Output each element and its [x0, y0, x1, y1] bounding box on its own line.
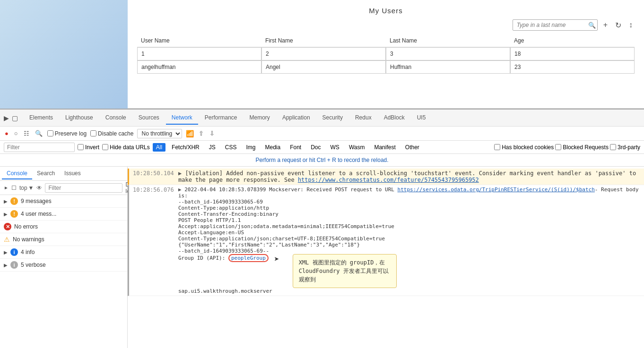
search-network-button[interactable]: 🔍 — [34, 129, 44, 138]
expand-arrow-icon: ▶ — [4, 263, 8, 268]
search-icon[interactable]: 🔍 — [588, 22, 596, 29]
tab-redux[interactable]: Redux — [349, 111, 377, 125]
input-firstname-0[interactable] — [261, 47, 386, 60]
log-line: Content-Transfer-Encoding:binary — [178, 211, 640, 217]
upload-icon[interactable]: ⇧ — [198, 129, 205, 138]
blocked-requests-label[interactable]: Blocked Requests — [555, 144, 609, 151]
app-title: My Users — [128, 0, 644, 19]
sort-button[interactable]: ↕ — [627, 20, 635, 30]
console-tab-issues[interactable]: Issues — [60, 168, 86, 179]
third-party-label[interactable]: 3rd-party — [610, 144, 640, 151]
blocked-requests-checkbox[interactable] — [555, 144, 561, 150]
hide-data-urls-text: Hide data URLs — [110, 144, 150, 151]
input-lastname-0[interactable] — [386, 47, 510, 60]
expand-arrow-icon: ▶ — [4, 212, 8, 217]
filter-has-blocked: Has blocked cookies Blocked Requests 3rd… — [494, 144, 640, 151]
invert-checkbox[interactable] — [78, 144, 84, 150]
invert-label[interactable]: Invert — [78, 144, 99, 151]
hide-data-urls-checkbox[interactable] — [102, 144, 108, 150]
filter-img-btn[interactable]: Img — [243, 143, 259, 152]
input-username-1[interactable] — [137, 60, 261, 74]
log-line: sap.ui5.walkthrough.mockserver — [178, 288, 640, 294]
input-age-1[interactable] — [510, 60, 635, 74]
console-tab-search[interactable]: Search — [32, 168, 60, 179]
log-line: --batch_id-1649039333065-69-- — [178, 248, 640, 254]
msg-type-icon: i — [10, 248, 18, 256]
console-sub-tabs: Console Search Issues — [0, 167, 127, 181]
has-blocked-cookies-checkbox[interactable] — [494, 144, 500, 150]
disable-cache-checkbox[interactable] — [90, 130, 96, 136]
wifi-icon: 📶 — [186, 130, 194, 137]
filter-ws-btn[interactable]: WS — [327, 143, 343, 152]
console-msg-item[interactable]: ✕No errors — [0, 221, 127, 233]
tab-console[interactable]: Console — [100, 111, 132, 125]
tab-adblock[interactable]: AdBlock — [378, 111, 410, 125]
preserve-log-checkbox[interactable] — [47, 130, 53, 136]
invert-text: Invert — [85, 144, 99, 151]
col-header-age: Age — [510, 34, 635, 47]
filter-font-btn[interactable]: Font — [287, 143, 305, 152]
violation-link[interactable]: https://www.chromestatus.com/feature/574… — [298, 177, 479, 183]
filter-manifest-btn[interactable]: Manifest — [371, 143, 399, 152]
tab-sources[interactable]: Sources — [133, 111, 165, 125]
msg-type-icon: ! — [10, 197, 18, 205]
tab-application[interactable]: Application — [277, 111, 316, 125]
add-button[interactable]: + — [601, 20, 609, 30]
log-line: POST People HTTP/1.1 — [178, 217, 640, 223]
filter-js-btn[interactable]: JS — [206, 143, 219, 152]
filter-toggle-button[interactable]: ☷ — [23, 129, 30, 138]
input-firstname-1[interactable] — [261, 60, 386, 74]
record-button[interactable]: ● — [4, 129, 9, 138]
console-msg-item[interactable]: ▶!9 messages — [0, 195, 127, 208]
preserve-log-label[interactable]: Preserve log — [47, 130, 87, 137]
filter-wasm-btn[interactable]: Wasm — [346, 143, 368, 152]
console-main[interactable]: 10:28:50.104 ▶ [Violation] Added non-pas… — [128, 167, 644, 348]
has-blocked-cookies-label[interactable]: Has blocked cookies — [494, 144, 554, 151]
group-id-highlight: peopleGroup — [228, 254, 269, 262]
tab-lighthouse[interactable]: Lighthouse — [60, 111, 99, 125]
filter-xhr-btn[interactable]: Fetch/XHR — [168, 143, 203, 152]
filter-css-btn[interactable]: CSS — [222, 143, 240, 152]
tab-ui5[interactable]: UI5 — [411, 111, 432, 125]
tab-security[interactable]: Security — [317, 111, 348, 125]
tab-elements[interactable]: Elements — [24, 111, 59, 125]
filter-other-btn[interactable]: Other — [402, 143, 423, 152]
filter-doc-btn[interactable]: Doc — [307, 143, 324, 152]
clear-button[interactable]: ○ — [13, 129, 19, 138]
filter-media-btn[interactable]: Media — [261, 143, 284, 152]
input-lastname-1[interactable] — [386, 60, 510, 74]
console-msg-item[interactable]: ⚠No warnings — [0, 233, 127, 246]
log-line: {"UserName":"1","FirstName":"2","LastNam… — [178, 242, 640, 248]
batch-link[interactable]: https://services.odata.org/TripPinRESTie… — [398, 187, 595, 193]
search-input[interactable] — [513, 19, 598, 31]
console-msg-item[interactable]: ▶!4 user mess... — [0, 208, 127, 221]
expand-icon-2[interactable]: ▶ — [178, 187, 182, 193]
col-header-firstname: First Name — [261, 34, 386, 47]
expand-icon[interactable]: ▶ — [178, 170, 182, 177]
tab-network[interactable]: Network — [166, 111, 198, 125]
throttle-select[interactable]: No throttling — [137, 129, 182, 138]
filter-input[interactable] — [4, 143, 75, 152]
input-username-0[interactable] — [137, 47, 261, 60]
log-line: Accept:application/json;odata.metadata=m… — [178, 223, 640, 229]
devtools-cursor-icon[interactable]: ▶ — [4, 114, 9, 122]
cell-username — [137, 47, 261, 61]
tab-memory[interactable]: Memory — [244, 111, 276, 125]
input-age-0[interactable] — [510, 47, 635, 60]
annotation-arrow-icon: ➤ — [274, 254, 279, 264]
third-party-checkbox[interactable] — [610, 144, 616, 150]
filter-all-btn[interactable]: All — [153, 143, 165, 152]
console-msg-item[interactable]: ▶i5 verbose — [0, 259, 127, 272]
devtools-inspect-icon[interactable]: ▢ — [12, 114, 18, 122]
console-tab-console[interactable]: Console — [2, 168, 32, 179]
disable-cache-label[interactable]: Disable cache — [90, 130, 133, 137]
console-msg-item[interactable]: ▶i4 info — [0, 246, 127, 259]
annotation-box: XML 视图里指定的 groupID，在 CloudFoundry 开发者工具里… — [293, 254, 397, 288]
hide-data-urls-label[interactable]: Hide data URLs — [102, 144, 150, 151]
console-filter-input[interactable] — [45, 183, 122, 193]
tab-performance[interactable]: Performance — [199, 111, 243, 125]
group-id-line-wrapper: Group ID (API): peopleGroup➤XML 视图里指定的 g… — [178, 254, 640, 288]
download-icon[interactable]: ⇩ — [209, 129, 216, 138]
refresh-button[interactable]: ↻ — [613, 20, 623, 31]
console-context-btn[interactable]: top ▼ — [19, 185, 34, 191]
